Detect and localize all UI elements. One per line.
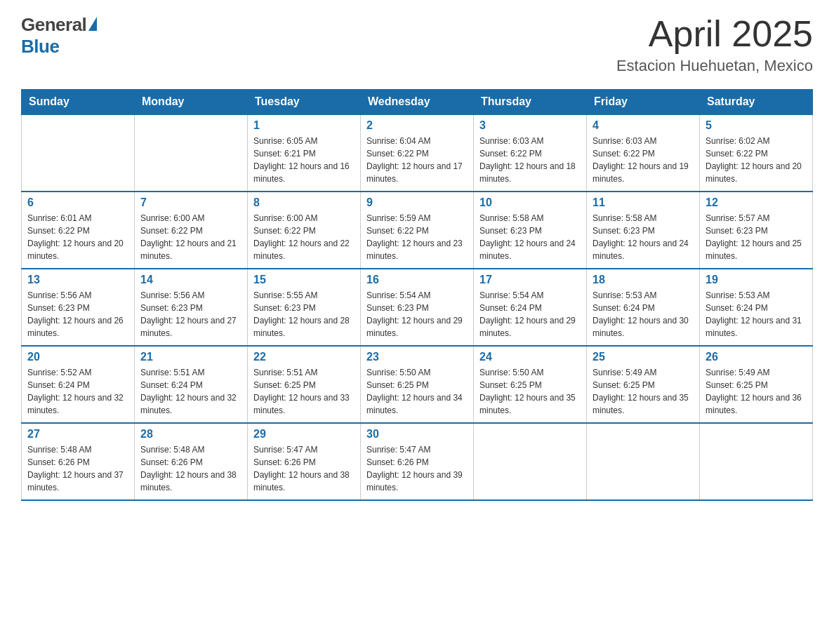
calendar-cell: 27Sunrise: 5:48 AMSunset: 6:26 PMDayligh… [22,423,135,500]
day-number: 15 [253,274,355,286]
day-info: Sunrise: 5:50 AMSunset: 6:25 PMDaylight:… [366,366,468,417]
day-number: 8 [253,196,355,209]
calendar-cell: 17Sunrise: 5:54 AMSunset: 6:24 PMDayligh… [474,269,587,346]
calendar-cell: 4Sunrise: 6:03 AMSunset: 6:22 PMDaylight… [587,114,700,192]
day-info: Sunrise: 6:01 AMSunset: 6:22 PMDaylight:… [27,212,128,262]
calendar-cell: 25Sunrise: 5:49 AMSunset: 6:25 PMDayligh… [587,346,700,423]
calendar-cell: 16Sunrise: 5:54 AMSunset: 6:23 PMDayligh… [361,269,474,346]
day-number: 22 [253,351,355,363]
calendar-cell: 21Sunrise: 5:51 AMSunset: 6:24 PMDayligh… [135,346,248,423]
day-number: 3 [479,119,581,132]
day-info: Sunrise: 5:47 AMSunset: 6:26 PMDaylight:… [366,443,468,494]
calendar-cell [700,423,813,500]
day-number: 18 [593,274,694,286]
calendar-week-row: 13Sunrise: 5:56 AMSunset: 6:23 PMDayligh… [22,269,813,346]
day-number: 29 [253,428,355,441]
calendar-cell: 20Sunrise: 5:52 AMSunset: 6:24 PMDayligh… [22,346,135,423]
col-tuesday: Tuesday [248,90,361,115]
day-number: 25 [593,351,694,363]
col-friday: Friday [587,90,700,115]
day-number: 9 [366,196,468,209]
logo: General Blue [21,14,97,58]
calendar-week-row: 20Sunrise: 5:52 AMSunset: 6:24 PMDayligh… [22,346,813,423]
day-info: Sunrise: 6:05 AMSunset: 6:21 PMDaylight:… [253,135,355,185]
col-sunday: Sunday [22,90,135,115]
calendar-cell: 23Sunrise: 5:50 AMSunset: 6:25 PMDayligh… [361,346,474,423]
day-info: Sunrise: 5:56 AMSunset: 6:23 PMDaylight:… [27,289,128,340]
calendar-table: Sunday Monday Tuesday Wednesday Thursday… [21,89,813,501]
day-number: 28 [140,428,241,441]
day-info: Sunrise: 5:58 AMSunset: 6:23 PMDaylight:… [593,212,694,262]
calendar-cell: 7Sunrise: 6:00 AMSunset: 6:22 PMDaylight… [135,192,248,269]
calendar-week-row: 1Sunrise: 6:05 AMSunset: 6:21 PMDaylight… [22,114,813,192]
day-info: Sunrise: 6:04 AMSunset: 6:22 PMDaylight:… [366,135,468,185]
calendar-cell: 28Sunrise: 5:48 AMSunset: 6:26 PMDayligh… [135,423,248,500]
calendar-cell: 6Sunrise: 6:01 AMSunset: 6:22 PMDaylight… [22,192,135,269]
calendar-cell: 5Sunrise: 6:02 AMSunset: 6:22 PMDaylight… [700,114,813,192]
day-number: 5 [706,119,807,132]
day-info: Sunrise: 5:52 AMSunset: 6:24 PMDaylight:… [27,366,128,417]
logo-triangle-icon [88,17,97,31]
day-number: 4 [593,119,694,132]
calendar-week-row: 27Sunrise: 5:48 AMSunset: 6:26 PMDayligh… [22,423,813,500]
day-info: Sunrise: 5:54 AMSunset: 6:24 PMDaylight:… [479,289,581,340]
day-info: Sunrise: 5:47 AMSunset: 6:26 PMDaylight:… [253,443,355,494]
calendar-cell: 26Sunrise: 5:49 AMSunset: 6:25 PMDayligh… [700,346,813,423]
col-thursday: Thursday [474,90,587,115]
calendar-cell: 14Sunrise: 5:56 AMSunset: 6:23 PMDayligh… [135,269,248,346]
day-info: Sunrise: 5:50 AMSunset: 6:25 PMDaylight:… [479,366,581,417]
subtitle: Estacion Huehuetan, Mexico [616,57,813,75]
calendar-cell: 9Sunrise: 5:59 AMSunset: 6:22 PMDaylight… [361,192,474,269]
calendar-cell: 22Sunrise: 5:51 AMSunset: 6:25 PMDayligh… [248,346,361,423]
calendar-cell: 30Sunrise: 5:47 AMSunset: 6:26 PMDayligh… [361,423,474,500]
day-info: Sunrise: 5:53 AMSunset: 6:24 PMDaylight:… [593,289,694,340]
day-number: 6 [27,196,128,209]
days-of-week-row: Sunday Monday Tuesday Wednesday Thursday… [22,90,813,115]
day-info: Sunrise: 6:00 AMSunset: 6:22 PMDaylight:… [253,212,355,262]
day-info: Sunrise: 6:03 AMSunset: 6:22 PMDaylight:… [479,135,581,185]
day-number: 30 [366,428,468,441]
calendar-cell [587,423,700,500]
day-info: Sunrise: 5:55 AMSunset: 6:23 PMDaylight:… [253,289,355,340]
calendar-cell: 15Sunrise: 5:55 AMSunset: 6:23 PMDayligh… [248,269,361,346]
page-header: General Blue April 2025 Estacion Huehuet… [21,14,813,75]
day-number: 12 [706,196,807,209]
calendar-cell: 12Sunrise: 5:57 AMSunset: 6:23 PMDayligh… [700,192,813,269]
calendar-cell: 18Sunrise: 5:53 AMSunset: 6:24 PMDayligh… [587,269,700,346]
col-saturday: Saturday [700,90,813,115]
day-number: 16 [366,274,468,286]
day-number: 26 [706,351,807,363]
day-number: 10 [479,196,581,209]
calendar-week-row: 6Sunrise: 6:01 AMSunset: 6:22 PMDaylight… [22,192,813,269]
day-number: 7 [140,196,241,209]
calendar-cell [474,423,587,500]
day-number: 2 [366,119,468,132]
day-info: Sunrise: 6:02 AMSunset: 6:22 PMDaylight:… [706,135,807,185]
day-info: Sunrise: 5:56 AMSunset: 6:23 PMDaylight:… [140,289,241,340]
calendar-cell: 8Sunrise: 6:00 AMSunset: 6:22 PMDaylight… [248,192,361,269]
day-info: Sunrise: 5:59 AMSunset: 6:22 PMDaylight:… [366,212,468,262]
calendar-header: Sunday Monday Tuesday Wednesday Thursday… [22,90,813,115]
col-monday: Monday [135,90,248,115]
calendar-cell: 3Sunrise: 6:03 AMSunset: 6:22 PMDaylight… [474,114,587,192]
day-info: Sunrise: 5:54 AMSunset: 6:23 PMDaylight:… [366,289,468,340]
day-info: Sunrise: 5:48 AMSunset: 6:26 PMDaylight:… [27,443,128,494]
calendar-cell: 10Sunrise: 5:58 AMSunset: 6:23 PMDayligh… [474,192,587,269]
day-number: 13 [27,274,128,286]
calendar-cell: 29Sunrise: 5:47 AMSunset: 6:26 PMDayligh… [248,423,361,500]
day-info: Sunrise: 6:00 AMSunset: 6:22 PMDaylight:… [140,212,241,262]
day-number: 23 [366,351,468,363]
calendar-body: 1Sunrise: 6:05 AMSunset: 6:21 PMDaylight… [22,114,813,500]
day-info: Sunrise: 5:58 AMSunset: 6:23 PMDaylight:… [479,212,581,262]
calendar-cell: 19Sunrise: 5:53 AMSunset: 6:24 PMDayligh… [700,269,813,346]
day-number: 20 [27,351,128,363]
logo-blue-text: Blue [21,36,59,58]
day-info: Sunrise: 5:49 AMSunset: 6:25 PMDaylight:… [706,366,807,417]
day-number: 24 [479,351,581,363]
logo-general-text: General [21,14,86,36]
main-title: April 2025 [616,14,813,54]
day-info: Sunrise: 5:51 AMSunset: 6:25 PMDaylight:… [253,366,355,417]
day-info: Sunrise: 6:03 AMSunset: 6:22 PMDaylight:… [593,135,694,185]
title-block: April 2025 Estacion Huehuetan, Mexico [616,14,813,75]
calendar-cell: 11Sunrise: 5:58 AMSunset: 6:23 PMDayligh… [587,192,700,269]
